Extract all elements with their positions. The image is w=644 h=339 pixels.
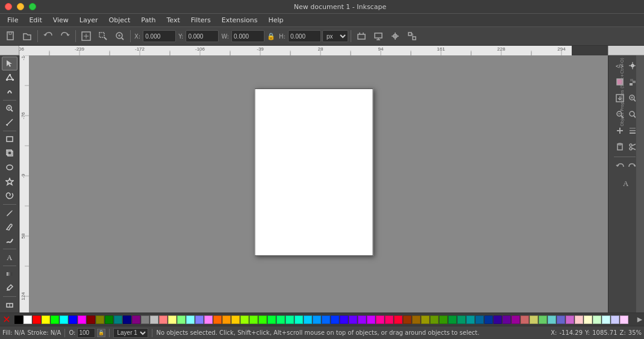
color-swatch[interactable] bbox=[385, 316, 393, 324]
color-swatch[interactable] bbox=[186, 316, 195, 324]
color-swatch[interactable] bbox=[249, 316, 258, 324]
transform-y-button[interactable] bbox=[370, 28, 386, 44]
lock-ratio-button[interactable]: 🔒 bbox=[266, 28, 277, 44]
color-swatch[interactable] bbox=[150, 316, 158, 324]
color-swatch[interactable] bbox=[258, 316, 267, 324]
color-swatch[interactable] bbox=[213, 316, 222, 324]
color-swatch[interactable] bbox=[60, 316, 68, 324]
color-swatch[interactable] bbox=[511, 316, 520, 324]
color-swatch[interactable] bbox=[159, 316, 167, 324]
menu-item-edit[interactable]: Edit bbox=[24, 15, 46, 25]
undo-button[interactable] bbox=[40, 28, 56, 44]
color-swatch[interactable] bbox=[349, 316, 357, 324]
menu-item-text[interactable]: Text bbox=[162, 15, 185, 25]
color-swatch[interactable] bbox=[14, 316, 23, 324]
color-swatch[interactable] bbox=[295, 316, 303, 324]
color-swatch[interactable] bbox=[42, 316, 50, 324]
zoom-draw-button[interactable] bbox=[112, 28, 128, 44]
maximize-button[interactable] bbox=[29, 3, 36, 10]
color-swatch[interactable] bbox=[484, 316, 493, 324]
color-swatch[interactable] bbox=[557, 316, 565, 324]
layer-select[interactable]: Layer 1 bbox=[113, 328, 148, 338]
color-swatch[interactable] bbox=[304, 316, 312, 324]
color-swatch[interactable] bbox=[548, 316, 556, 324]
color-swatch[interactable] bbox=[277, 316, 285, 324]
zoom-sel-button[interactable] bbox=[95, 28, 111, 44]
color-swatch[interactable] bbox=[367, 316, 375, 324]
menu-item-file[interactable]: File bbox=[2, 15, 23, 25]
color-swatch[interactable] bbox=[331, 316, 339, 324]
color-swatch[interactable] bbox=[394, 316, 402, 324]
no-color-button[interactable]: ✕ bbox=[0, 313, 13, 326]
rect-tool-button[interactable] bbox=[2, 132, 17, 146]
color-swatch[interactable] bbox=[168, 316, 177, 324]
x-input[interactable] bbox=[143, 30, 176, 42]
color-swatch[interactable] bbox=[195, 316, 204, 324]
menu-item-extensions[interactable]: Extensions bbox=[217, 15, 263, 25]
menu-item-layer[interactable]: Layer bbox=[75, 15, 103, 25]
color-swatch[interactable] bbox=[132, 316, 140, 324]
measure-tool-button[interactable] bbox=[2, 116, 17, 129]
color-swatch[interactable] bbox=[23, 316, 32, 324]
color-swatch[interactable] bbox=[493, 316, 502, 324]
color-swatch[interactable] bbox=[358, 316, 366, 324]
menu-item-view[interactable]: View bbox=[48, 15, 73, 25]
open-button[interactable] bbox=[19, 28, 35, 44]
color-swatch[interactable] bbox=[177, 316, 186, 324]
color-swatch[interactable] bbox=[105, 316, 113, 324]
eraser-tool-button[interactable] bbox=[2, 297, 17, 311]
color-swatch[interactable] bbox=[620, 316, 628, 324]
color-swatch[interactable] bbox=[593, 316, 601, 324]
y-input[interactable] bbox=[186, 30, 219, 42]
color-swatch[interactable] bbox=[33, 316, 41, 324]
color-swatch[interactable] bbox=[123, 316, 131, 324]
snap2-button[interactable] bbox=[404, 28, 420, 44]
transform-x-button[interactable] bbox=[354, 28, 369, 44]
color-swatch[interactable] bbox=[376, 316, 384, 324]
unit-select[interactable]: pxmmcminpt bbox=[322, 30, 348, 42]
color-swatch[interactable] bbox=[575, 316, 583, 324]
gradient-tool-button[interactable] bbox=[2, 267, 17, 281]
color-swatch[interactable] bbox=[204, 316, 213, 324]
color-swatch[interactable] bbox=[51, 316, 59, 324]
color-swatch[interactable] bbox=[231, 316, 240, 324]
text-tool-button[interactable]: A bbox=[2, 250, 17, 264]
menu-item-filters[interactable]: Filters bbox=[186, 15, 216, 25]
ellipse-tool-button[interactable] bbox=[2, 161, 17, 175]
color-swatch[interactable] bbox=[96, 316, 104, 324]
menu-item-help[interactable]: Help bbox=[263, 15, 288, 25]
color-swatch[interactable] bbox=[412, 316, 420, 324]
color-swatch[interactable] bbox=[566, 316, 574, 324]
color-swatch[interactable] bbox=[502, 316, 511, 324]
color-swatch[interactable] bbox=[313, 316, 321, 324]
node-tool-button[interactable] bbox=[2, 71, 17, 85]
new-button[interactable] bbox=[2, 28, 18, 44]
color-swatch[interactable] bbox=[539, 316, 547, 324]
color-swatch[interactable] bbox=[421, 316, 430, 324]
color-swatch[interactable] bbox=[340, 316, 348, 324]
color-swatch[interactable] bbox=[466, 316, 475, 324]
color-swatch[interactable] bbox=[267, 316, 276, 324]
color-swatch[interactable] bbox=[475, 316, 484, 324]
star-tool-button[interactable] bbox=[2, 175, 17, 188]
color-swatch[interactable] bbox=[87, 316, 95, 324]
calligraphy-tool-button[interactable] bbox=[2, 234, 17, 248]
3dbox-tool-button[interactable] bbox=[2, 146, 17, 160]
color-swatch[interactable] bbox=[439, 316, 448, 324]
color-swatch[interactable] bbox=[448, 316, 457, 324]
dropper-tool-button[interactable] bbox=[2, 281, 17, 295]
color-swatch[interactable] bbox=[141, 316, 149, 324]
w-input[interactable] bbox=[231, 30, 264, 42]
color-swatch[interactable] bbox=[521, 316, 529, 324]
pencil-tool-button[interactable] bbox=[2, 205, 17, 219]
color-swatch[interactable] bbox=[78, 316, 86, 324]
color-swatch[interactable] bbox=[457, 316, 466, 324]
opacity-lock-button[interactable]: 🔒 bbox=[97, 329, 105, 337]
h-input[interactable] bbox=[288, 30, 321, 42]
color-swatch[interactable] bbox=[286, 316, 294, 324]
pen-tool-button[interactable] bbox=[2, 220, 17, 234]
close-button[interactable] bbox=[5, 3, 12, 10]
color-swatch[interactable] bbox=[69, 316, 77, 324]
snap-button[interactable] bbox=[387, 28, 403, 44]
color-swatch[interactable] bbox=[240, 316, 249, 324]
